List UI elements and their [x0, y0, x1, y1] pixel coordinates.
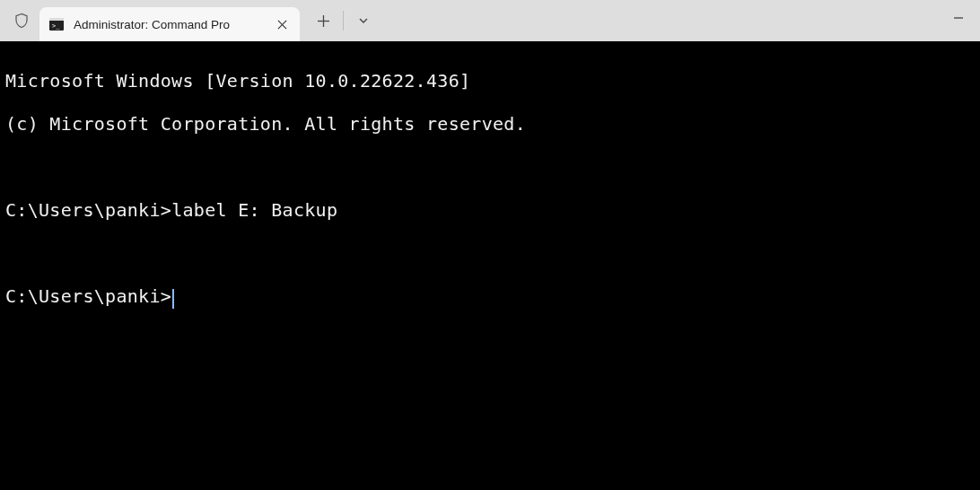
window-controls — [937, 0, 980, 36]
minimize-button[interactable] — [937, 0, 980, 36]
prompt-text: C:\Users\panki> — [5, 199, 171, 221]
command-text: label E: Backup — [171, 199, 337, 221]
terminal-blank — [5, 242, 975, 264]
cmd-icon: >_ — [48, 16, 65, 32]
version-text: Microsoft Windows [Version 10.0.22622.43… — [5, 70, 470, 92]
terminal-line: C:\Users\panki>label E: Backup — [5, 199, 975, 221]
terminal-line: Microsoft Windows [Version 10.0.22622.43… — [5, 70, 975, 92]
tab-close-button[interactable] — [271, 13, 293, 35]
cursor — [172, 289, 174, 309]
prompt-text: C:\Users\panki> — [5, 285, 171, 307]
terminal-line: C:\Users\panki> — [5, 285, 975, 307]
tab-dropdown-button[interactable] — [346, 4, 381, 38]
shield-icon — [13, 12, 31, 30]
svg-text:>_: >_ — [52, 22, 60, 30]
svg-rect-1 — [49, 18, 64, 21]
terminal-output[interactable]: Microsoft Windows [Version 10.0.22622.43… — [0, 41, 980, 490]
titlebar-tab-actions — [305, 4, 381, 38]
copyright-text: (c) Microsoft Corporation. All rights re… — [5, 113, 526, 135]
terminal-line: (c) Microsoft Corporation. All rights re… — [5, 113, 975, 135]
divider — [343, 11, 344, 31]
tab-command-prompt[interactable]: >_ Administrator: Command Pro — [39, 7, 300, 41]
titlebar: >_ Administrator: Command Pro — [0, 0, 980, 41]
terminal-blank — [5, 156, 975, 178]
new-tab-button[interactable] — [305, 4, 341, 38]
tab-title: Administrator: Command Pro — [74, 18, 262, 31]
